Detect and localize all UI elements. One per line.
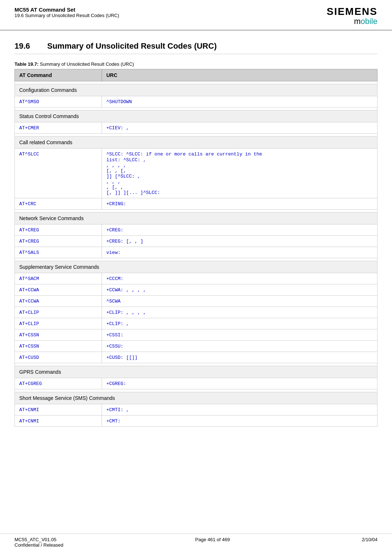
urc-value: +CRING:: [106, 201, 126, 207]
section-heading: 19.6 Summary of Unsolicited Result Codes…: [15, 41, 377, 54]
at-command-value: AT^SALS: [19, 250, 39, 255]
table-row: AT+CNMI+CMTI: ,: [15, 404, 377, 416]
table-row: AT^SACM+CCCM:: [15, 273, 377, 284]
urc-cell: ^SCWA: [102, 296, 377, 307]
category-row: Network Service Commands: [15, 212, 377, 224]
command-cell: AT+CREG: [15, 236, 102, 247]
table-row: AT^SMSO^SHUTDOWN: [15, 96, 377, 108]
urc-cell: +CMT:: [102, 416, 377, 427]
mobile-rest: obile: [361, 17, 377, 26]
command-cell: AT+CNMI: [15, 404, 102, 416]
command-cell: AT^SLCC: [15, 149, 102, 198]
main-content: 19.6 Summary of Unsolicited Result Codes…: [0, 31, 392, 449]
at-command-value: AT+CNMI: [19, 407, 39, 413]
at-command-value: AT+CGREG: [19, 381, 42, 386]
urc-value: +CREG:: [106, 227, 123, 233]
command-cell: AT+CSSN: [15, 341, 102, 352]
urc-cell: +CREG: [, , ]: [102, 236, 377, 247]
footer-page: Page 461 of 469: [195, 537, 230, 548]
table-row: AT+CLIP+CLIP: , , , ,: [15, 307, 377, 318]
urc-cell: +CUSD: [[]]: [102, 352, 377, 363]
page-header: MC55 AT Command Set 19.6 Summary of Unso…: [0, 0, 392, 31]
footer-date: 2/10/04: [362, 537, 377, 548]
urc-cell: view:: [102, 247, 377, 258]
category-row: Supplementary Service Commands: [15, 261, 377, 273]
category-row: Call related Commands: [15, 137, 377, 149]
footer-confidential: Confidential / Released: [15, 542, 63, 548]
urc-cell: +CSSU:: [102, 341, 377, 352]
table-row: AT+CMER+CIEV: ,: [15, 122, 377, 134]
at-command-value: AT^SACM: [19, 276, 39, 281]
command-cell: AT^SMSO: [15, 96, 102, 108]
siemens-logo: SIEMENS mobile: [327, 7, 377, 26]
category-label: Short Message Service (SMS) Commands: [15, 392, 377, 404]
mobile-m: m: [354, 17, 360, 26]
category-row: Status Control Commands: [15, 110, 377, 122]
at-command-value: AT+CSSN: [19, 332, 39, 338]
table-row: AT+CGREG+CGREG:: [15, 378, 377, 389]
category-label: Call related Commands: [15, 137, 377, 149]
table-row: AT+CCWA^SCWA: [15, 296, 377, 307]
command-cell: AT+CSSN: [15, 329, 102, 341]
at-command-value: AT+CNMI: [19, 418, 39, 424]
urc-value: +CGREG:: [106, 381, 126, 386]
urc-value: +CREG: [, , ]: [106, 239, 143, 244]
section-title: Summary of Unsolicited Result Codes (URC…: [47, 41, 217, 51]
urc-cell: +CLIP: , , , ,: [102, 307, 377, 318]
section-number: 19.6: [15, 41, 36, 51]
command-cell: AT+CREG: [15, 224, 102, 236]
col-header-urc: URC: [102, 69, 377, 81]
urc-value: ^SHUTDOWN: [106, 99, 132, 105]
urc-cell: +CCCM:: [102, 273, 377, 284]
command-cell: AT^SALS: [15, 247, 102, 258]
category-row: GPRS Commands: [15, 366, 377, 378]
command-cell: AT+CRC: [15, 198, 102, 210]
header-subtitle: 19.6 Summary of Unsolicited Result Codes…: [15, 13, 119, 18]
header-left: MC55 AT Command Set 19.6 Summary of Unso…: [15, 7, 119, 18]
urc-cell: ^SLCC: ^SLCC: if one or more calls are c…: [102, 149, 377, 198]
urc-cell: +CIEV: ,: [102, 122, 377, 134]
urc-value: ^SCWA: [106, 299, 121, 304]
table-caption: Table 19.7: Summary of Unsolicited Resul…: [15, 61, 377, 67]
table-caption-label: Table 19.7:: [15, 61, 38, 67]
at-command-value: AT+CUSD: [19, 355, 39, 360]
header-title: MC55 AT Command Set: [15, 7, 119, 13]
mobile-wordmark: mobile: [327, 17, 377, 26]
at-command-value: AT+CREG: [19, 239, 39, 244]
category-row: Configuration Commands: [15, 84, 377, 96]
urc-value: +CSSU:: [106, 344, 123, 349]
command-cell: AT+CMER: [15, 122, 102, 134]
category-row: Short Message Service (SMS) Commands: [15, 392, 377, 404]
urc-value: +CMT:: [106, 418, 121, 424]
at-command-value: AT+CLIP: [19, 321, 39, 327]
urc-value: +CMTI: ,: [106, 407, 129, 413]
urc-cell: +CGREG:: [102, 378, 377, 389]
page-footer: MC55_ATC_V01.05 Confidential / Released …: [0, 534, 392, 548]
at-command-value: AT+CRC: [19, 201, 36, 207]
table-row: AT^SALSview:: [15, 247, 377, 258]
command-cell: AT+CUSD: [15, 352, 102, 363]
urc-cell: +CLIP: ,: [102, 318, 377, 329]
table-row: AT^SLCC^SLCC: ^SLCC: if one or more call…: [15, 149, 377, 198]
at-command-value: AT+CMER: [19, 125, 39, 131]
urc-value: view:: [106, 250, 121, 255]
category-label: GPRS Commands: [15, 366, 377, 378]
table-row: AT+CRC+CRING:: [15, 198, 377, 210]
category-label: Status Control Commands: [15, 110, 377, 122]
command-cell: AT+CLIP: [15, 307, 102, 318]
urc-value: +CUSD: [[]]: [106, 355, 138, 360]
at-command-value: AT^SLCC: [19, 151, 39, 157]
command-cell: AT+CLIP: [15, 318, 102, 329]
at-command-value: AT+CLIP: [19, 310, 39, 315]
footer-version: MC55_ATC_V01.05: [15, 537, 63, 542]
table-caption-description: Summary of Unsolicited Result Codes (URC…: [38, 61, 134, 67]
urc-cell: +CSSI:: [102, 329, 377, 341]
urc-cell: ^SHUTDOWN: [102, 96, 377, 108]
at-command-value: AT^SMSO: [19, 99, 39, 105]
urc-value: +CLIP: ,: [106, 321, 129, 327]
data-table: AT Command URC Configuration CommandsAT^…: [15, 69, 377, 427]
category-label: Configuration Commands: [15, 84, 377, 96]
table-row: AT+CSSN+CSSI:: [15, 329, 377, 341]
command-cell: AT+CGREG: [15, 378, 102, 389]
table-row: AT+CLIP+CLIP: ,: [15, 318, 377, 329]
